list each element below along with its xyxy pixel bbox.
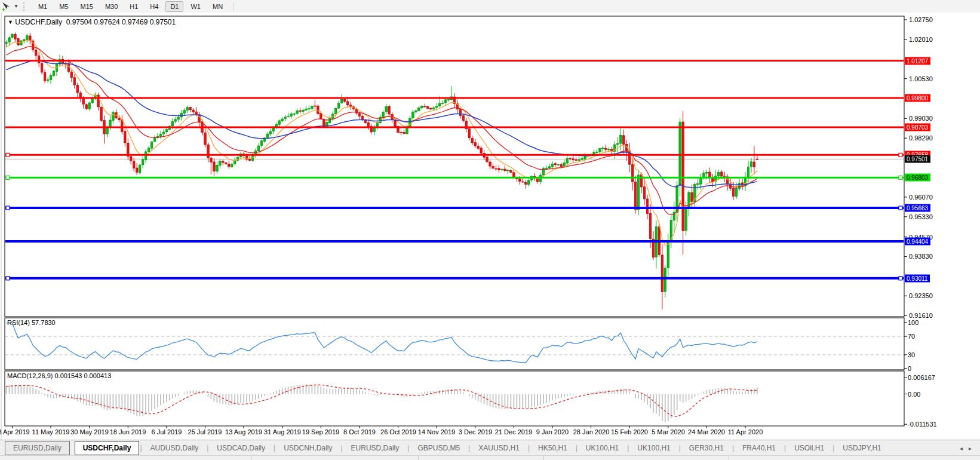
price-axis-label: 1.00530 <box>909 75 933 82</box>
price-axis-label: 1.02010 <box>909 36 933 43</box>
macd-axis-label: 0.00 <box>908 391 920 398</box>
date-axis-label: 18 Jun 2019 <box>110 428 146 436</box>
price-axis-label: 0.91610 <box>909 312 933 319</box>
current-price-tag: 0.97501 <box>905 155 930 163</box>
price-axis-label: 0.92350 <box>909 292 933 299</box>
chart-tab-fra40-h1[interactable]: FRA40,H1 <box>735 441 784 455</box>
price-axis-label: 0.95330 <box>909 213 933 220</box>
chart-tab-uk100-h1[interactable]: UK100,H1 <box>629 441 678 455</box>
rsi-axis-label: 30 <box>908 351 915 358</box>
level-price-tag: 0.94404 <box>905 238 930 246</box>
chart-tab-usoil-h1[interactable]: USOil,H1 <box>787 441 832 455</box>
macd-axis-label: 0.006167 <box>908 374 935 381</box>
macd-axis-label: -0.011531 <box>908 421 937 428</box>
chart-tab-hk50-h1[interactable]: HK50,H1 <box>530 441 575 455</box>
date-axis-label: 23 Apr 2019 <box>0 428 30 436</box>
tabs-scroll-left-icon[interactable]: ◂ <box>960 445 963 452</box>
date-axis-label: 31 Aug 2019 <box>264 428 301 436</box>
date-axis-label: 24 Mar 2020 <box>688 428 725 436</box>
date-axis-label: 21 Dec 2019 <box>495 428 532 436</box>
chart-title: ▼ USDCHF,Daily 0.97504 0.97624 0.97469 0… <box>8 18 176 26</box>
level-price-tag: 1.01207 <box>905 57 930 65</box>
chart-tab-xauusd-h1[interactable]: XAUUSD,H1 <box>471 441 527 455</box>
chart-tab-uk100-h1[interactable]: UK100,H1 <box>578 441 626 455</box>
chart-tab-usdchf-daily[interactable]: USDCHF,Daily <box>75 441 140 455</box>
date-axis-label: 25 Jul 2019 <box>188 428 222 436</box>
macd-value-main: 0.001543 <box>54 372 82 379</box>
rsi-axis-label: 0 <box>908 365 911 372</box>
level-price-tag: 0.99800 <box>905 94 930 102</box>
chart-tab-usdcnh-daily[interactable]: USDCNH,Daily <box>276 441 340 455</box>
macd-value-signal: 0.000413 <box>84 372 111 379</box>
chart-tab-gbpusd-m5[interactable]: GBPUSD,M5 <box>410 441 468 455</box>
ohlc-open: 0.97504 <box>66 18 92 26</box>
price-axis-label: 0.99030 <box>909 115 933 122</box>
rsi-axis-label: 100 <box>908 319 918 326</box>
tabs-scroll-right-icon[interactable]: ▸ <box>969 445 972 452</box>
date-axis-label: 14 Nov 2019 <box>418 428 455 436</box>
chart-tab-usdjpy-h1[interactable]: USDJPY,H1 <box>835 441 889 455</box>
date-axis-label: 11 Apr 2020 <box>728 428 763 436</box>
macd-indicator-label: MACD(12,26,9) 0.001543 0.000413 <box>7 372 111 379</box>
rsi-axis-label: 70 <box>908 333 915 340</box>
chart-dropdown-icon[interactable]: ▼ <box>8 19 13 25</box>
date-axis-label: 13 Aug 2019 <box>225 428 262 436</box>
date-axis-label: 6 Jul 2019 <box>152 428 182 436</box>
ohlc-high: 0.97624 <box>94 18 119 26</box>
level-price-tag: 0.95663 <box>905 204 930 212</box>
chart-tab-eurusd-daily[interactable]: EURUSD,Daily <box>5 441 70 455</box>
date-axis-label: 15 Feb 2020 <box>611 428 648 436</box>
chart-tab-ger30-h1[interactable]: GER30,H1 <box>681 441 732 455</box>
date-axis-label: 8 Oct 2019 <box>343 428 376 436</box>
date-axis-label: 3 Dec 2019 <box>459 428 492 436</box>
chart-tab-eurusd-daily[interactable]: EURUSD,Daily <box>343 441 407 455</box>
price-axis-label: 1.02750 <box>909 16 933 23</box>
level-price-tag: 0.96803 <box>905 174 930 182</box>
date-axis-label: 30 May 2019 <box>70 428 109 436</box>
price-axis-label: 0.96070 <box>909 194 933 201</box>
ohlc-close: 0.97501 <box>150 18 176 26</box>
level-price-tag: 0.93011 <box>905 275 930 283</box>
status-bar <box>0 455 980 460</box>
chart-symbol-label: USDCHF,Daily <box>15 18 62 26</box>
rsi-value: 57.7830 <box>32 319 56 326</box>
date-axis-label: 5 Mar 2020 <box>652 428 685 436</box>
date-axis-label: 11 May 2019 <box>32 428 70 436</box>
price-axis-label: 0.93830 <box>909 253 933 260</box>
chart-plot-area[interactable] <box>0 0 980 460</box>
price-axis-label: 0.98290 <box>909 134 933 142</box>
chart-tab-audusd-daily[interactable]: AUDUSD,Daily <box>143 441 207 455</box>
date-axis-label: 28 Jan 2020 <box>573 428 610 436</box>
mt4-window: ▼ M1M5M15M30H1H4D1W1MN ▼ USDCHF,Daily 0.… <box>0 0 980 460</box>
date-axis-label: 9 Jan 2020 <box>536 428 569 436</box>
date-axis-label: 19 Sep 2019 <box>302 428 339 436</box>
date-axis-label: 26 Oct 2019 <box>380 428 416 436</box>
rsi-indicator-label: RSI(14) 57.7830 <box>7 319 56 326</box>
chart-tab-bar: EURUSD,DailyUSDCHF,Daily|AUDUSD,Daily|US… <box>0 440 980 456</box>
ohlc-low: 0.97469 <box>122 18 148 26</box>
level-price-tag: 0.98703 <box>905 124 930 131</box>
chart-tab-usdcad-daily[interactable]: USDCAD,Daily <box>209 441 273 455</box>
